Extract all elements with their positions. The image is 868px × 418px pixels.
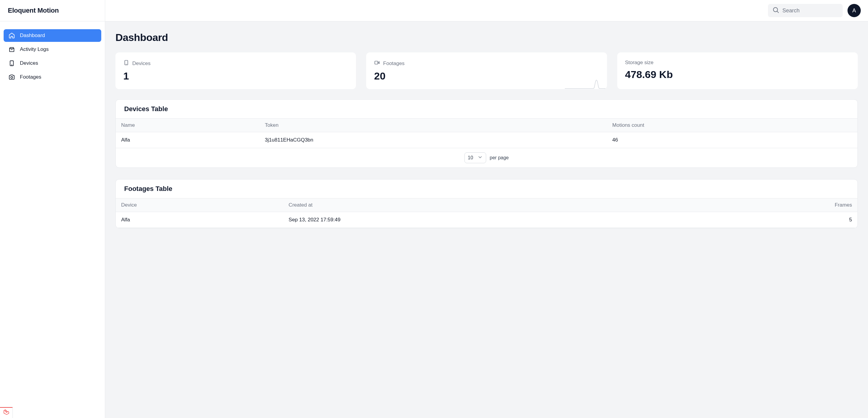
sidebar-item-footages[interactable]: Footages: [4, 71, 101, 84]
avatar-initial: A: [852, 7, 856, 14]
cell-name: Alfa: [116, 132, 259, 148]
column-header[interactable]: Motions count: [607, 119, 858, 132]
sidebar-item-label: Activity Logs: [20, 46, 49, 53]
stat-card-devices: Devices 1: [116, 53, 356, 89]
panel-title: Devices Table: [116, 100, 858, 118]
footages-table-panel: Footages Table Device Created at Frames …: [116, 179, 858, 228]
video-icon: [374, 60, 380, 67]
column-header[interactable]: Device: [116, 198, 283, 212]
sidebar-header: Eloquent Motion: [0, 0, 105, 21]
devices-table-panel: Devices Table Name Token Motions count A…: [116, 99, 858, 168]
camera-icon: [8, 74, 15, 81]
footages-table: Device Created at Frames Alfa Sep 13, 20…: [116, 198, 858, 228]
stat-label: Devices: [132, 61, 150, 67]
home-icon: [8, 32, 15, 39]
svg-point-3: [773, 7, 778, 12]
table-row[interactable]: Alfa 3j1u811EHaCGQ3bn 46: [116, 132, 858, 148]
stat-card-storage: Storage size 478.69 Kb: [617, 53, 858, 89]
stats-row: Devices 1 Footages 20: [116, 53, 858, 89]
stat-label: Footages: [383, 61, 404, 67]
laravel-icon: [3, 409, 10, 417]
cell-motions: 46: [607, 132, 858, 148]
search-input[interactable]: [782, 7, 838, 14]
brand-title: Eloquent Motion: [8, 7, 59, 14]
sidebar-item-label: Dashboard: [20, 33, 45, 38]
svg-line-4: [777, 11, 778, 13]
per-page-select[interactable]: 10: [464, 152, 486, 163]
package-icon: [8, 46, 15, 53]
stat-value: 20: [374, 70, 599, 82]
table-row[interactable]: Alfa Sep 13, 2022 17:59:49 5: [116, 212, 858, 228]
content: Dashboard Devices 1: [105, 21, 868, 252]
stat-value: 478.69 Kb: [625, 69, 850, 81]
per-page-value: 10: [468, 155, 473, 161]
sidebar-item-label: Devices: [20, 60, 38, 66]
search-field[interactable]: [768, 4, 843, 17]
sidebar: Eloquent Motion Dashboard Activity Logs …: [0, 0, 105, 418]
avatar[interactable]: A: [847, 4, 861, 17]
stat-value: 1: [123, 70, 348, 82]
search-icon: [772, 6, 779, 15]
svg-marker-8: [378, 62, 379, 64]
chevron-down-icon: [477, 155, 483, 161]
svg-rect-7: [375, 61, 378, 64]
sidebar-item-activity-logs[interactable]: Activity Logs: [4, 43, 101, 56]
column-header[interactable]: Name: [116, 119, 259, 132]
per-page-label: per page: [490, 155, 509, 161]
sidebar-nav: Dashboard Activity Logs Devices Footages: [0, 21, 105, 92]
svg-point-2: [11, 76, 13, 78]
column-header[interactable]: Token: [259, 119, 607, 132]
tablet-icon: [8, 60, 15, 67]
cell-token: 3j1u811EHaCGQ3bn: [259, 132, 607, 148]
cell-frames: 5: [679, 212, 858, 228]
cell-device: Alfa: [116, 212, 283, 228]
devices-table: Name Token Motions count Alfa 3j1u811EHa…: [116, 118, 858, 148]
column-header[interactable]: Created at: [283, 198, 679, 212]
panel-title: Footages Table: [116, 180, 858, 198]
table-footer: 10 per page: [116, 148, 858, 167]
page-title: Dashboard: [116, 32, 858, 43]
topbar: A: [105, 0, 868, 21]
sidebar-item-dashboard[interactable]: Dashboard: [4, 29, 101, 42]
cell-created-at: Sep 13, 2022 17:59:49: [283, 212, 679, 228]
tablet-icon: [123, 60, 129, 67]
sidebar-item-devices[interactable]: Devices: [4, 57, 101, 70]
stat-label: Storage size: [625, 60, 654, 66]
debug-badge[interactable]: [0, 407, 13, 418]
stat-card-footages: Footages 20: [366, 53, 607, 89]
column-header[interactable]: Frames: [679, 198, 858, 212]
sidebar-item-label: Footages: [20, 74, 41, 80]
